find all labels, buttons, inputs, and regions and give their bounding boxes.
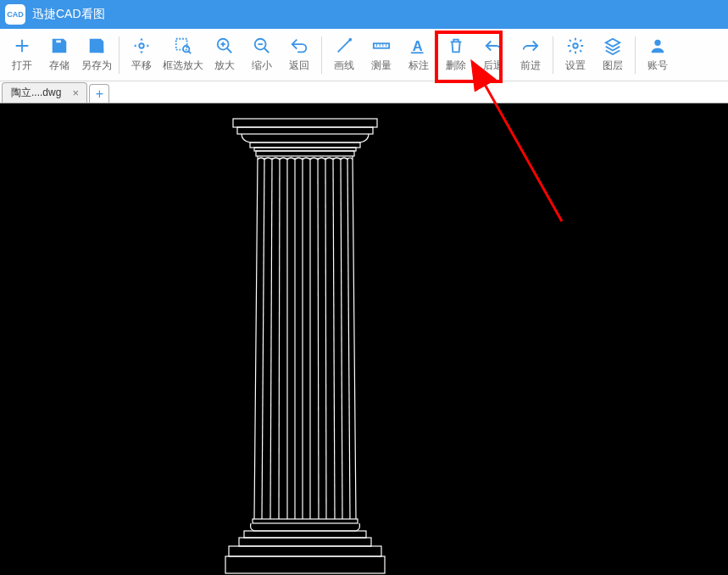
open-button[interactable]: 打开 — [3, 31, 41, 80]
svg-point-0 — [139, 43, 144, 48]
zoom-in-label: 放大 — [214, 59, 235, 73]
toolbar: 打开存储另存为平移框选放大放大缩小返回画线测量A标注删除后退前进设置图层账号 — [0, 29, 728, 81]
line-icon — [335, 36, 353, 55]
svg-line-36 — [333, 158, 335, 519]
svg-rect-25 — [254, 148, 356, 151]
toolbar-group: 平移框选放大放大缩小返回 — [123, 29, 318, 81]
svg-rect-24 — [250, 142, 360, 148]
zoom-window-label: 框选放大 — [163, 59, 203, 73]
zoom-out-label: 缩小 — [252, 59, 272, 73]
svg-rect-22 — [233, 119, 377, 127]
svg-point-12 — [349, 38, 353, 42]
zoom-window-button[interactable]: 框选放大 — [160, 31, 206, 80]
toolbar-group: 打开存储另存为 — [3, 29, 115, 81]
undo-button[interactable]: 后退 — [475, 31, 512, 80]
svg-rect-43 — [225, 556, 385, 573]
user-icon — [648, 36, 667, 55]
undo-label: 后退 — [483, 59, 503, 73]
plus-icon — [13, 36, 31, 55]
annotate-icon: A — [409, 36, 428, 55]
drawing-canvas[interactable] — [0, 103, 728, 575]
titlebar: CAD 迅捷CAD看图 — [0, 0, 728, 29]
toolbar-group: 账号 — [639, 29, 676, 81]
tabbar: 陶立....dwg × + — [0, 81, 728, 103]
svg-line-3 — [188, 51, 191, 53]
gear-icon — [566, 36, 585, 55]
saveas-icon — [87, 36, 106, 55]
toolbar-separator — [635, 36, 636, 74]
svg-line-27 — [262, 158, 264, 519]
tab-label: 陶立....dwg — [11, 86, 61, 100]
svg-line-34 — [318, 158, 319, 519]
toolbar-separator — [119, 36, 119, 74]
redo-icon — [521, 36, 540, 55]
svg-line-11 — [338, 40, 351, 53]
svg-rect-40 — [244, 531, 366, 538]
svg-line-38 — [347, 158, 350, 519]
svg-line-9 — [264, 48, 270, 53]
svg-rect-13 — [374, 43, 389, 48]
account-button[interactable]: 账号 — [639, 31, 676, 80]
redo-button[interactable]: 前进 — [512, 31, 549, 80]
undo-icon — [484, 36, 503, 55]
account-label: 账号 — [647, 59, 668, 73]
toolbar-group: 画线测量A标注删除后退前进 — [325, 29, 549, 81]
layers-button[interactable]: 图层 — [594, 31, 631, 80]
delete-label: 删除 — [446, 59, 466, 73]
pan-label: 平移 — [131, 59, 152, 73]
toolbar-group: 设置图层 — [557, 29, 631, 81]
settings-label: 设置 — [565, 59, 586, 73]
measure-label: 测量 — [371, 59, 392, 73]
cad-drawing — [0, 103, 728, 575]
svg-rect-1 — [176, 39, 187, 50]
svg-text:A: A — [413, 38, 423, 53]
svg-rect-23 — [237, 127, 373, 134]
layers-label: 图层 — [603, 59, 623, 73]
tab-add-button[interactable]: + — [89, 84, 109, 103]
svg-rect-42 — [229, 546, 381, 556]
svg-rect-39 — [253, 519, 358, 523]
zoom-out-button[interactable]: 缩小 — [243, 31, 281, 80]
save-icon — [50, 36, 69, 55]
saveas-label: 另存为 — [81, 59, 112, 73]
settings-button[interactable]: 设置 — [557, 31, 594, 80]
saveas-button[interactable]: 另存为 — [78, 31, 115, 80]
annotate-label: 标注 — [408, 59, 429, 73]
line-button[interactable]: 画线 — [325, 31, 363, 80]
svg-rect-26 — [256, 151, 354, 156]
annotate-button[interactable]: A标注 — [400, 31, 437, 80]
delete-icon — [447, 36, 465, 55]
redo-label: 前进 — [520, 59, 541, 73]
delete-button[interactable]: 删除 — [437, 31, 475, 80]
pan-button[interactable]: 平移 — [123, 31, 160, 80]
svg-line-28 — [270, 158, 272, 519]
toolbar-separator — [553, 36, 553, 74]
measure-button[interactable]: 测量 — [363, 31, 400, 80]
return-icon — [290, 36, 308, 55]
file-tab[interactable]: 陶立....dwg × — [2, 82, 87, 103]
svg-point-21 — [654, 40, 660, 46]
open-label: 打开 — [12, 59, 32, 73]
svg-line-5 — [227, 48, 232, 53]
zoom-out-icon — [253, 36, 271, 55]
return-button[interactable]: 返回 — [281, 31, 318, 80]
save-label: 存储 — [49, 59, 69, 73]
zoom-in-icon — [215, 36, 234, 55]
zoom-window-icon — [174, 36, 192, 55]
return-label: 返回 — [289, 59, 309, 73]
measure-icon — [372, 36, 391, 55]
svg-line-35 — [325, 158, 326, 519]
line-label: 画线 — [334, 59, 354, 73]
app-icon: CAD — [5, 4, 25, 25]
pan-icon — [132, 36, 151, 55]
zoom-in-button[interactable]: 放大 — [206, 31, 243, 80]
toolbar-separator — [321, 36, 322, 74]
layers-icon — [603, 36, 622, 55]
svg-line-29 — [279, 158, 280, 519]
app-title: 迅捷CAD看图 — [32, 7, 105, 22]
svg-point-20 — [573, 43, 578, 48]
svg-rect-41 — [239, 538, 371, 546]
save-button[interactable]: 存储 — [41, 31, 78, 80]
svg-line-37 — [341, 158, 342, 519]
tab-close-icon[interactable]: × — [69, 87, 81, 99]
